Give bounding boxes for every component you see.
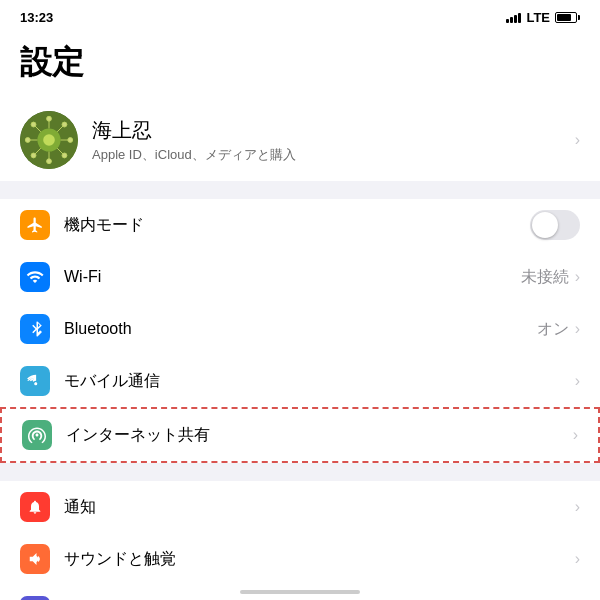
svg-point-18 (31, 153, 36, 158)
hotspot-row[interactable]: インターネット共有 › (0, 407, 600, 463)
notifications-group: 通知 › サウンドと触覚 › おやすみモード › (0, 481, 600, 600)
mobile-row[interactable]: モバイル通信 › (0, 355, 600, 407)
sound-label: サウンドと触覚 (64, 549, 575, 570)
avatar (20, 111, 78, 169)
status-time: 13:23 (20, 10, 53, 25)
signal-label: LTE (526, 10, 550, 25)
bluetooth-value: オン (537, 319, 569, 340)
hotspot-highlight-wrapper: インターネット共有 › (0, 407, 600, 463)
airplane-toggle[interactable] (530, 210, 580, 240)
notifications-icon (20, 492, 50, 522)
section-gap-1 (0, 181, 600, 199)
profile-name: 海上忍 (92, 117, 575, 144)
connectivity-group: 機内モード Wi-Fi 未接続 › Bluetooth オン (0, 199, 600, 463)
hotspot-label: インターネット共有 (66, 425, 573, 446)
wifi-value: 未接続 (521, 267, 569, 288)
battery-icon (555, 12, 580, 23)
status-right: LTE (506, 10, 580, 25)
bluetooth-label: Bluetooth (64, 320, 537, 338)
notifications-row[interactable]: 通知 › (0, 481, 600, 533)
svg-point-19 (34, 382, 37, 385)
svg-point-6 (47, 159, 52, 164)
airplane-row[interactable]: 機内モード (0, 199, 600, 251)
hotspot-chevron: › (573, 426, 578, 444)
sound-icon (20, 544, 50, 574)
svg-point-8 (25, 138, 30, 143)
bluetooth-row[interactable]: Bluetooth オン › (0, 303, 600, 355)
hotspot-icon (22, 420, 52, 450)
svg-point-16 (62, 122, 67, 127)
bluetooth-icon (20, 314, 50, 344)
signal-icon (506, 13, 521, 23)
sound-row[interactable]: サウンドと触覚 › (0, 533, 600, 585)
wifi-row[interactable]: Wi-Fi 未接続 › (0, 251, 600, 303)
airplane-icon (20, 210, 50, 240)
svg-point-14 (62, 153, 67, 158)
page-title-section: 設定 (0, 31, 600, 99)
airplane-label: 機内モード (64, 215, 530, 236)
svg-point-2 (43, 134, 55, 146)
svg-point-12 (31, 122, 36, 127)
notifications-label: 通知 (64, 497, 575, 518)
mobile-chevron: › (575, 372, 580, 390)
section-gap-2 (0, 463, 600, 481)
wifi-icon (20, 262, 50, 292)
profile-section: 海上忍 Apple ID、iCloud、メディアと購入 › (0, 99, 600, 181)
bluetooth-chevron: › (575, 320, 580, 338)
mobile-icon (20, 366, 50, 396)
profile-subtitle: Apple ID、iCloud、メディアと購入 (92, 146, 575, 164)
profile-info: 海上忍 Apple ID、iCloud、メディアと購入 (92, 117, 575, 164)
svg-point-4 (47, 116, 52, 121)
moon-icon (20, 596, 50, 600)
svg-point-10 (68, 138, 73, 143)
page-title: 設定 (20, 41, 580, 85)
wifi-chevron: › (575, 268, 580, 286)
home-indicator (240, 590, 360, 594)
notifications-chevron: › (575, 498, 580, 516)
profile-row[interactable]: 海上忍 Apple ID、iCloud、メディアと購入 › (0, 99, 600, 181)
wifi-label: Wi-Fi (64, 268, 521, 286)
profile-chevron: › (575, 131, 580, 149)
sound-chevron: › (575, 550, 580, 568)
status-bar: 13:23 LTE (0, 0, 600, 31)
mobile-label: モバイル通信 (64, 371, 575, 392)
